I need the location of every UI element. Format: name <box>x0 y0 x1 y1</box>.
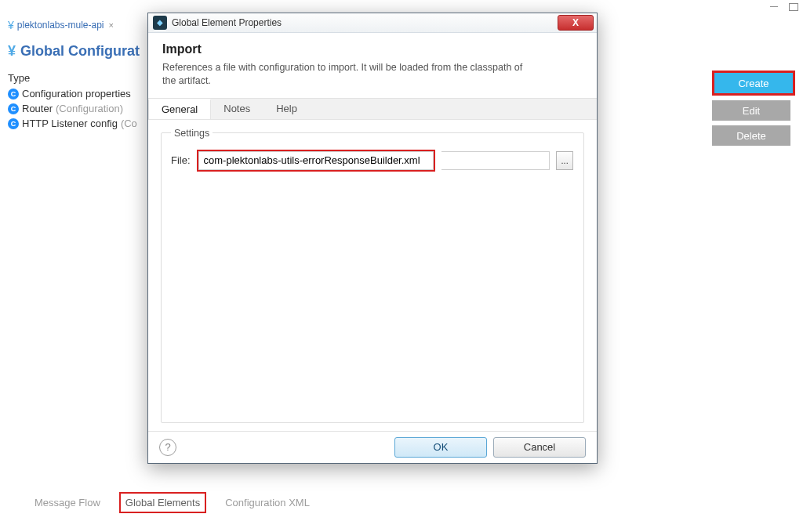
dialog-hero-title: Import <box>162 42 583 56</box>
settings-group: Settings File: ... <box>161 128 584 423</box>
ok-button[interactable]: OK <box>394 437 487 458</box>
config-icon: C <box>8 103 19 114</box>
window-controls <box>767 2 798 13</box>
config-icon: C <box>8 89 19 100</box>
file-row: File: ... <box>171 150 574 172</box>
help-icon[interactable]: ? <box>159 439 176 456</box>
global-config-list: C Configuration properties C Router (Con… <box>8 88 137 129</box>
file-input-highlight <box>197 150 435 172</box>
list-item[interactable]: C Router (Configuration) <box>8 103 137 114</box>
mule-rabbit-icon: ¥ <box>8 43 16 60</box>
config-name: HTTP Listener config <box>22 118 118 129</box>
section-title: ¥ Global Configurat <box>8 43 140 60</box>
dialog-titlebar[interactable]: ◆ Global Element Properties X <box>148 13 597 33</box>
browse-button[interactable]: ... <box>556 151 573 170</box>
tab-help[interactable]: Help <box>263 99 311 119</box>
mule-rabbit-icon: ¥ <box>8 20 14 30</box>
dialog-close-button[interactable]: X <box>558 15 594 31</box>
dialog-app-icon: ◆ <box>153 16 167 30</box>
cancel-button[interactable]: Cancel <box>493 437 586 458</box>
config-icon: C <box>8 118 19 129</box>
dialog-hero: Import References a file with configurat… <box>148 33 597 99</box>
file-tab[interactable]: ¥ plektonlabs-mule-api × <box>3 17 118 33</box>
column-header-type: Type <box>8 72 30 84</box>
dialog-tabs: General Notes Help <box>148 99 597 120</box>
tab-message-flow[interactable]: Message Flow <box>30 494 105 512</box>
file-label: File: <box>171 154 191 166</box>
tab-general[interactable]: General <box>148 99 211 119</box>
tab-notes[interactable]: Notes <box>211 99 263 119</box>
tab-configuration-xml[interactable]: Configuration XML <box>220 494 314 512</box>
list-item[interactable]: C HTTP Listener config (Co <box>8 118 137 129</box>
dialog-body: Settings File: ... <box>148 120 597 431</box>
config-sub: (Configuration) <box>56 103 123 114</box>
bottom-tab-bar: Message Flow Global Elements Configurati… <box>30 492 314 513</box>
file-input[interactable] <box>198 151 434 170</box>
dialog-footer: ? OK Cancel <box>148 431 597 463</box>
section-title-label: Global Configurat <box>20 43 140 60</box>
dialog-title: Global Element Properties <box>172 17 558 28</box>
side-buttons: Create Edit Delete <box>712 71 795 146</box>
config-name: Router <box>22 103 53 114</box>
delete-button[interactable]: Delete <box>712 125 790 146</box>
config-sub: (Co <box>121 118 137 129</box>
list-item[interactable]: C Configuration properties <box>8 88 137 100</box>
dialog-hero-description: References a file with configuration to … <box>162 61 539 89</box>
global-element-properties-dialog: ◆ Global Element Properties X Import Ref… <box>147 13 598 464</box>
create-highlight: Create <box>712 71 795 96</box>
window-maximize-icon[interactable] <box>789 3 798 11</box>
file-tab-label: plektonlabs-mule-api <box>17 20 104 31</box>
close-tab-icon[interactable]: × <box>109 20 114 30</box>
tab-global-elements[interactable]: Global Elements <box>119 492 206 513</box>
settings-legend: Settings <box>171 128 213 139</box>
create-button[interactable]: Create <box>714 73 793 93</box>
window-minimize-icon[interactable] <box>767 2 781 13</box>
edit-button[interactable]: Edit <box>712 100 790 121</box>
file-input-extra[interactable] <box>441 151 550 170</box>
config-name: Configuration properties <box>22 88 131 100</box>
